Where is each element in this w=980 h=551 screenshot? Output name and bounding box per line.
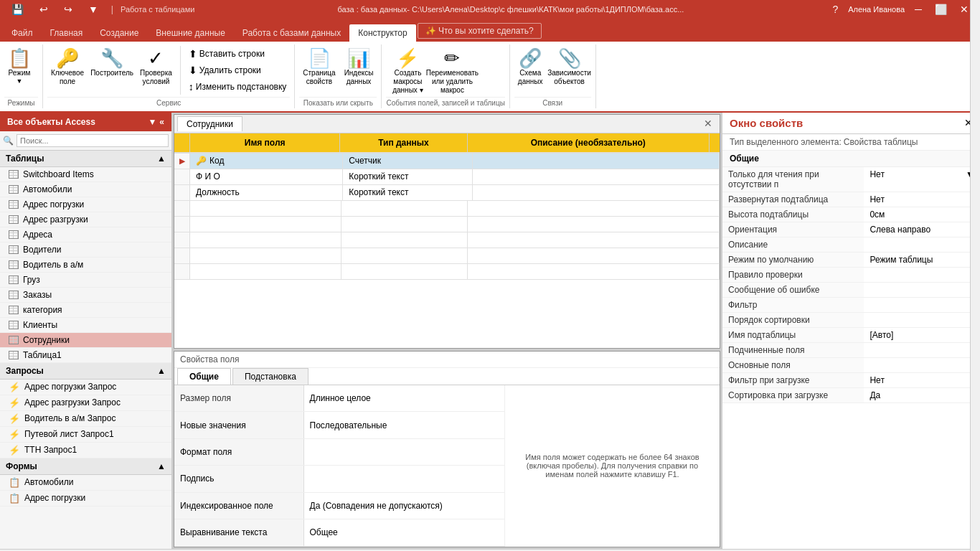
change-lookup-button[interactable]: ↕ Изменить подстановку	[185, 79, 290, 95]
nav-menu-button[interactable]: ▼	[148, 117, 156, 127]
search-input[interactable]	[17, 134, 169, 147]
table-row-empty[interactable]	[174, 217, 720, 232]
indexes-label: Индексыданных	[344, 69, 374, 86]
prop-value	[864, 342, 980, 357]
table-row[interactable]: Ф И О Короткий текст	[174, 169, 720, 185]
props-title: Окно свойств	[730, 117, 803, 129]
section-forms-header[interactable]: Формы ▲	[0, 458, 171, 475]
group-label-service: Сервис	[47, 97, 290, 108]
user-name: Алена Иванова	[848, 5, 905, 14]
separator	[180, 46, 181, 95]
table-row[interactable]: ▶ 🔑 Код Счетчик	[174, 154, 720, 169]
delete-rows-button[interactable]: ⬇ Удалить строки	[185, 62, 290, 78]
nav-item-addrs[interactable]: Адреса	[0, 227, 171, 242]
tab-constructor[interactable]: Конструктор	[349, 24, 415, 42]
tab-create[interactable]: Создание	[91, 24, 147, 42]
nav-item-addr-unload[interactable]: Адрес разгрузки	[0, 212, 171, 227]
query-icon: ⚡	[9, 445, 20, 456]
ribbon-group-service: 🔑 Ключевоеполе 🔧 Построитель ✓ Проверкау…	[43, 44, 295, 108]
nav-item-cargo[interactable]: Груз	[0, 273, 171, 288]
nav-item-q-driver-car[interactable]: ⚡ Водитель в а/м Запрос	[0, 411, 171, 427]
prop-name: Фильтр при загрузке	[722, 372, 864, 387]
fprop-tab-lookup[interactable]: Подстановка	[232, 368, 308, 385]
prop-row: Описание	[722, 237, 980, 252]
nav-item-form-auto[interactable]: 📋 Автомобили	[0, 475, 171, 491]
tab-search[interactable]: ✨ Что вы хотите сделать?	[418, 23, 542, 39]
nav-item-q-addr-load[interactable]: ⚡ Адрес погрузки Запрос	[0, 380, 171, 395]
props-section-general: Общие	[722, 151, 980, 167]
restore-button[interactable]: ⬜	[929, 2, 953, 17]
rename-macro-button[interactable]: ✏ Переименоватьили удалить макрос	[430, 46, 473, 97]
prop-name: Высота подтаблицы	[722, 207, 864, 222]
table-row-empty[interactable]	[174, 201, 720, 217]
table-window-header: Сотрудники ✕	[174, 115, 720, 133]
tab-file[interactable]: Файл	[3, 24, 42, 42]
nav-item-q-ttn[interactable]: ⚡ ТТН Запрос1	[0, 443, 171, 458]
schema-button[interactable]: 🔗 Схемаданных	[514, 46, 547, 88]
nav-collapse-button[interactable]: «	[159, 117, 164, 127]
window-close-button[interactable]: ✕	[699, 116, 717, 131]
prop-row: Развернутая подтаблица Нет	[722, 192, 980, 207]
fprop-row: Формат поля	[174, 438, 504, 465]
query-icon: ⚡	[9, 382, 20, 392]
redo-button[interactable]: ↪	[58, 2, 78, 17]
help-button[interactable]: ?	[826, 2, 844, 17]
nav-item-drivers[interactable]: Водители	[0, 242, 171, 258]
create-macro-button[interactable]: ⚡ Создать макросыданных ▾	[386, 46, 429, 97]
prop-row: Ориентация Слева направо	[722, 222, 980, 237]
nav-item-auto[interactable]: Автомобили	[0, 182, 171, 197]
section-queries-header[interactable]: Запросы ▲	[0, 363, 171, 380]
indexes-button[interactable]: 📊 Индексыданных	[341, 46, 377, 88]
tab-database[interactable]: Работа с базами данных	[234, 24, 349, 42]
nav-item-q-waybill[interactable]: ⚡ Путевой лист Запрос1	[0, 427, 171, 443]
save-button[interactable]: 💾	[6, 2, 29, 17]
tab-home[interactable]: Главная	[42, 24, 92, 42]
nav-item-category[interactable]: категория	[0, 303, 171, 318]
table-row-empty[interactable]	[174, 248, 720, 264]
nav-item-switchboard[interactable]: Switchboard Items	[0, 167, 171, 182]
fprop-tab-general[interactable]: Общие	[177, 368, 231, 385]
nav-item-orders[interactable]: Заказы	[0, 288, 171, 303]
mode-button[interactable]: 📋 Режим ▼	[4, 46, 34, 87]
nav-item-addr-load[interactable]: Адрес погрузки	[0, 197, 171, 212]
nav-item-clients[interactable]: Клиенты	[0, 318, 171, 333]
table-row-empty[interactable]	[174, 232, 720, 248]
tab-external-data[interactable]: Внешние данные	[147, 24, 234, 42]
ribbon-group-events: ⚡ Создать макросыданных ▾ ✏ Переименоват…	[382, 44, 509, 108]
table-row[interactable]: Должность Короткий текст	[174, 185, 720, 201]
prop-name: Подчиненные поля	[722, 342, 864, 357]
nav-item-driver-car[interactable]: Водитель в а/м	[0, 258, 171, 273]
table-tab-label: Сотрудники	[187, 119, 233, 129]
section-tables-header[interactable]: Таблицы ▲	[0, 151, 171, 167]
field-props-header: Свойства поля	[174, 352, 720, 368]
nav-item-q-addr-unload[interactable]: ⚡ Адрес разгрузки Запрос	[0, 395, 171, 411]
data-type-cell: Счетчик	[343, 154, 473, 169]
nav-item-employees[interactable]: Сотрудники	[0, 333, 171, 348]
delete-rows-icon: ⬇	[189, 65, 197, 76]
field-name-cell-empty	[190, 264, 341, 279]
prop-value: Слева направо	[864, 222, 980, 237]
customize-button[interactable]: ▼	[83, 2, 104, 17]
nav-item-form-addr-load[interactable]: 📋 Адрес погрузки	[0, 491, 171, 507]
insert-rows-button[interactable]: ⬆ Вставить строки	[185, 46, 290, 62]
prop-value: Нет	[864, 192, 980, 207]
nav-item-table1[interactable]: Таблица1	[0, 348, 171, 363]
table-row-empty[interactable]	[174, 264, 720, 280]
row-indicator	[174, 264, 190, 279]
undo-button[interactable]: ↩	[34, 2, 54, 17]
minimize-button[interactable]: ─	[909, 2, 928, 17]
section-queries-arrow: ▲	[157, 366, 166, 376]
props-subtitle: Тип выделенного элемента: Свойства табли…	[722, 134, 980, 151]
row-indicator-header	[174, 133, 190, 152]
fprop-name: Новые значения	[174, 412, 303, 438]
dependencies-button[interactable]: 📎 Зависимостиобъектов	[548, 46, 591, 88]
key-field-button[interactable]: 🔑 Ключевоеполе	[47, 46, 88, 95]
builder-button[interactable]: 🔧 Построитель	[90, 46, 133, 95]
prop-row: Высота подтаблицы 0см	[722, 207, 980, 222]
check-button[interactable]: ✓ Проверкаусловий	[136, 46, 176, 95]
table-icon	[9, 321, 19, 329]
prop-value	[864, 357, 980, 372]
field-name-value: Код	[209, 156, 224, 166]
page-props-button[interactable]: 📄 Страницасвойств	[299, 46, 339, 88]
table-tab-employees[interactable]: Сотрудники	[177, 116, 242, 131]
